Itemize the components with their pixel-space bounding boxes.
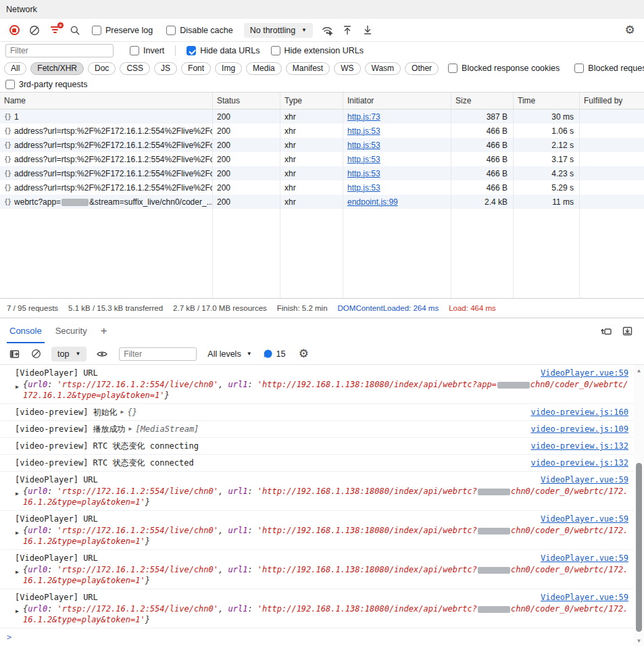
request-time: 3.17 s: [514, 152, 580, 166]
network-conditions-button[interactable]: [318, 22, 336, 39]
expand-triangle-icon[interactable]: ▶: [16, 567, 19, 578]
console-sidebar-button[interactable]: [5, 345, 23, 363]
blocked-response-cookies-box[interactable]: [448, 64, 457, 73]
network-settings-button[interactable]: ⚙: [621, 22, 639, 39]
source-link[interactable]: VideoPlayer.vue:59: [541, 514, 628, 524]
throttling-select[interactable]: No throttling ▼: [244, 23, 313, 38]
import-har-button[interactable]: [339, 22, 356, 39]
scroll-up-arrow[interactable]: ▲: [634, 366, 644, 374]
source-link[interactable]: VideoPlayer.vue:59: [541, 474, 628, 485]
tab-security[interactable]: Security: [49, 318, 94, 343]
expand-triangle-icon[interactable]: ▶: [129, 424, 132, 434]
live-expression-button[interactable]: [93, 345, 111, 363]
table-row[interactable]: {}address?url=rtsp:%2F%2F172.16.1.2:554%…: [0, 138, 644, 152]
column-header-initiator[interactable]: Initiator: [343, 93, 451, 109]
clear-button[interactable]: [26, 22, 43, 39]
table-row[interactable]: {}address?url=rtsp:%2F%2F172.16.1.2:554%…: [0, 180, 644, 195]
disable-cache-checkbox[interactable]: Disable cache: [166, 26, 233, 35]
initiator-link[interactable]: http.js:53: [347, 126, 380, 136]
dock-drawer-icon[interactable]: [622, 326, 633, 337]
type-filter-chip-ws[interactable]: WS: [334, 62, 360, 75]
filter-toggle-button[interactable]: ×: [46, 22, 64, 39]
column-header-time[interactable]: Time: [514, 93, 580, 109]
type-filter-chip-manifest[interactable]: Manifest: [286, 62, 330, 75]
table-row[interactable]: {}1 200 xhr http.js:73 387 B 30 ms: [0, 109, 644, 124]
initiator-link[interactable]: http.js:53: [347, 141, 380, 150]
table-header: Name Status Type Initiator Size Time Ful…: [0, 93, 644, 109]
source-link[interactable]: VideoPlayer.vue:59: [541, 553, 628, 564]
invert-box[interactable]: [130, 46, 139, 55]
add-tab-button[interactable]: +: [94, 318, 114, 343]
export-har-button[interactable]: [359, 22, 376, 39]
network-filter-input[interactable]: [5, 44, 114, 57]
source-link[interactable]: video-preview.js:132: [531, 441, 629, 451]
type-filter-chip-js[interactable]: JS: [154, 62, 177, 75]
log-levels-select[interactable]: All levels ▼: [207, 349, 251, 359]
blocked-requests-box[interactable]: [574, 64, 584, 73]
source-link[interactable]: VideoPlayer.vue:59: [541, 592, 628, 603]
scroll-down-arrow[interactable]: ▼: [634, 637, 644, 645]
scrollbar-thumb[interactable]: [636, 463, 642, 632]
context-selector[interactable]: top ▼: [51, 347, 86, 362]
console-message: [video-preview] RTC 状态变化 connected video…: [0, 455, 634, 472]
initiator-link[interactable]: http.js:53: [347, 155, 380, 164]
source-link[interactable]: VideoPlayer.vue:59: [541, 368, 628, 378]
request-name: address?url=rtsp:%2F%2F172.16.1.2:554%2F…: [14, 126, 213, 136]
table-row[interactable]: {}address?url=rtsp:%2F%2F172.16.1.2:554%…: [0, 166, 644, 180]
record-button[interactable]: [5, 22, 23, 39]
invert-checkbox[interactable]: Invert: [130, 46, 164, 55]
blocked-requests-checkbox[interactable]: Blocked requests: [574, 64, 644, 73]
source-link[interactable]: video-preview.js:109: [531, 424, 629, 434]
search-button[interactable]: [66, 22, 84, 39]
initiator-link[interactable]: endpoint.js:99: [347, 197, 398, 207]
hide-extension-urls-box[interactable]: [271, 46, 280, 55]
table-row[interactable]: {}address?url=rtsp:%2F%2F172.16.1.2:554%…: [0, 124, 644, 138]
initiator-link[interactable]: http.js:73: [347, 112, 380, 122]
preserve-log-box[interactable]: [92, 26, 101, 35]
column-header-fulfilled-by[interactable]: Fulfilled by: [580, 93, 644, 109]
type-filter-chip-wasm[interactable]: Wasm: [365, 62, 401, 75]
expand-triangle-icon[interactable]: ▶: [121, 407, 124, 418]
disable-cache-box[interactable]: [166, 26, 176, 35]
blocked-response-cookies-checkbox[interactable]: Blocked response cookies: [448, 64, 560, 73]
third-party-checkbox[interactable]: 3rd-party requests: [5, 80, 87, 89]
hide-data-urls-box[interactable]: [187, 46, 196, 55]
type-filter-chip-all[interactable]: All: [4, 62, 26, 75]
undock-drawer-icon[interactable]: [601, 326, 612, 337]
request-time: 1.06 s: [514, 124, 580, 138]
column-header-type[interactable]: Type: [280, 93, 343, 109]
table-row[interactable]: {}webrtc?app=&stream=suffix_live/chn0/co…: [0, 195, 644, 209]
initiator-link[interactable]: http.js:53: [347, 183, 380, 193]
console-clear-button[interactable]: [27, 345, 45, 363]
column-header-name[interactable]: Name: [0, 93, 213, 109]
source-link[interactable]: video-preview.js:132: [531, 457, 629, 468]
request-size: 387 B: [451, 109, 514, 124]
expand-triangle-icon[interactable]: ▶: [16, 382, 19, 393]
expand-triangle-icon[interactable]: ▶: [16, 606, 19, 617]
source-link[interactable]: video-preview.js:160: [531, 407, 629, 418]
type-filter-chip-css[interactable]: CSS: [120, 62, 150, 75]
column-header-status[interactable]: Status: [213, 93, 280, 109]
type-filter-chip-media[interactable]: Media: [246, 62, 282, 75]
hide-extension-urls-checkbox[interactable]: Hide extension URLs: [271, 46, 364, 55]
type-filter-chip-doc[interactable]: Doc: [88, 62, 116, 75]
expand-triangle-icon[interactable]: ▶: [16, 489, 19, 499]
console-prompt[interactable]: >: [0, 628, 634, 646]
initiator-link[interactable]: http.js:53: [347, 169, 380, 178]
preserve-log-checkbox[interactable]: Preserve log: [92, 26, 153, 35]
third-party-box[interactable]: [5, 80, 15, 89]
type-filter-chip-other[interactable]: Other: [405, 62, 439, 75]
console-scrollbar[interactable]: ▲ ▼: [634, 365, 644, 646]
type-filter-chip-font[interactable]: Font: [181, 62, 211, 75]
table-row[interactable]: {}address?url=rtsp:%2F%2F172.16.1.2:554%…: [0, 152, 644, 166]
type-filter-chip-img[interactable]: Img: [215, 62, 242, 75]
console-message-count[interactable]: 15: [263, 349, 286, 359]
type-filter-chip-fetch-xhr[interactable]: Fetch/XHR: [30, 62, 84, 75]
column-header-size[interactable]: Size: [451, 93, 514, 109]
console-settings-button[interactable]: ⚙: [295, 345, 312, 363]
console-filter-input[interactable]: [119, 347, 197, 361]
summary-load: Load: 464 ms: [449, 304, 496, 312]
hide-data-urls-checkbox[interactable]: Hide data URLs: [187, 46, 259, 55]
tab-console[interactable]: Console: [3, 318, 49, 343]
expand-triangle-icon[interactable]: ▶: [16, 528, 19, 539]
